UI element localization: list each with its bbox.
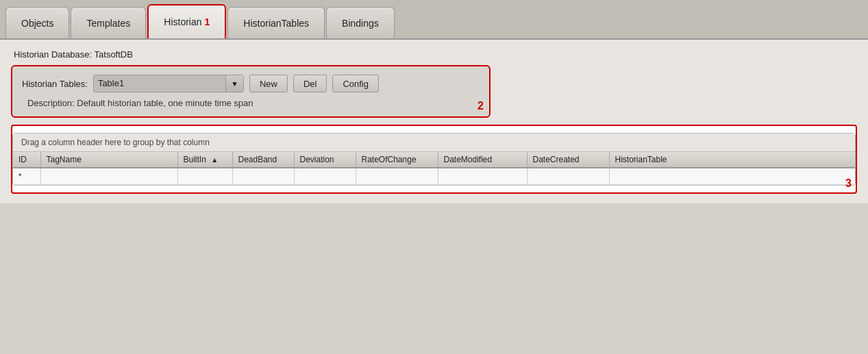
grid-outer: Drag a column header here to group by th…: [11, 125, 857, 194]
badge-3: 3: [845, 177, 852, 190]
new-row-tagname: [40, 168, 177, 184]
new-button[interactable]: New: [249, 75, 288, 92]
tab-objects[interactable]: Objects: [5, 7, 69, 38]
dropdown-arrow[interactable]: ▼: [225, 75, 243, 92]
config-button[interactable]: Config: [332, 75, 379, 92]
del-button[interactable]: Del: [293, 75, 327, 92]
sort-arrow-builtin: ▲: [211, 156, 218, 164]
tables-label: Historian Tables:: [22, 79, 88, 89]
col-historiantable[interactable]: HistorianTable: [609, 152, 855, 168]
table-header-row: ID TagName BuiltIn ▲ DeadBand: [13, 152, 855, 168]
col-builtin[interactable]: BuiltIn ▲: [177, 152, 232, 168]
tables-row: Historian Tables: Table1 ▼ New Del Confi…: [22, 75, 480, 92]
new-row-datecreated: [527, 168, 609, 184]
tab-bindings[interactable]: Bindings: [326, 7, 395, 38]
tab-templates[interactable]: Templates: [71, 7, 146, 38]
historian-tab-badge: 1: [205, 16, 210, 27]
description-row: Description: Default historian table, on…: [22, 98, 480, 108]
col-deadband[interactable]: DeadBand: [232, 152, 294, 168]
new-row-historiantable: [609, 168, 855, 184]
col-datecreated[interactable]: DateCreated: [527, 152, 609, 168]
col-deviation[interactable]: Deviation: [294, 152, 356, 168]
tab-historian-tables[interactable]: HistorianTables: [227, 7, 325, 38]
badge-2: 2: [478, 100, 484, 112]
tables-dropdown[interactable]: Table1 ▼: [93, 75, 244, 92]
historian-box: Historian Tables: Table1 ▼ New Del Confi…: [11, 65, 491, 118]
table-row-new[interactable]: *: [13, 168, 855, 184]
drag-hint: Drag a column header here to group by th…: [13, 134, 855, 152]
col-datemodified[interactable]: DateModified: [438, 152, 527, 168]
col-tagname[interactable]: TagName: [40, 152, 177, 168]
grid-area: Drag a column header here to group by th…: [12, 133, 856, 186]
new-row-datemodified: [438, 168, 527, 184]
main-content: Historian Database: TatsoftDB Historian …: [0, 40, 868, 203]
new-row-deadband: [232, 168, 294, 184]
tab-bar: Objects Templates Historian 1 HistorianT…: [0, 0, 868, 40]
new-row-marker-cell: *: [13, 168, 40, 184]
dropdown-value: Table1: [94, 75, 225, 92]
new-row-builtin: [177, 168, 232, 184]
data-table: ID TagName BuiltIn ▲ DeadBand: [13, 152, 855, 185]
col-id[interactable]: ID: [13, 152, 40, 168]
tab-historian[interactable]: Historian 1: [147, 4, 226, 38]
new-row-rateofchange: [356, 168, 438, 184]
col-rateofchange[interactable]: RateOfChange: [356, 152, 438, 168]
db-label: Historian Database: TatsoftDB: [14, 49, 857, 60]
new-row-deviation: [294, 168, 356, 184]
